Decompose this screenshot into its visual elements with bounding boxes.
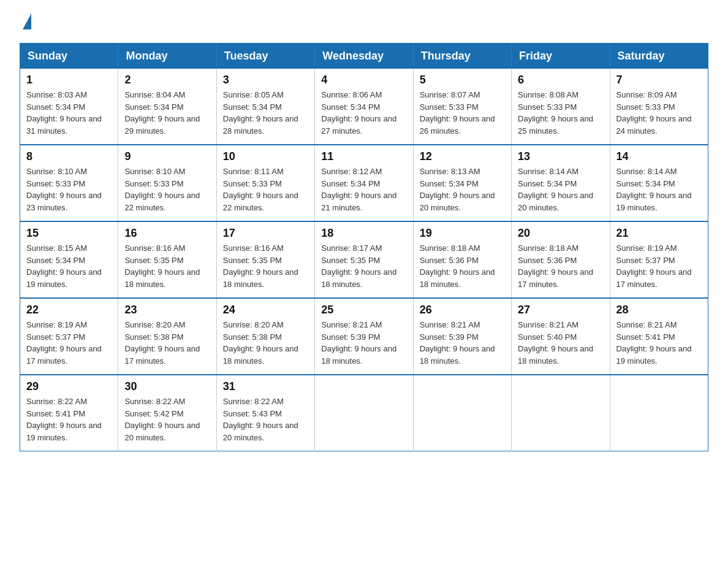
sunrise-text: Sunrise: 8:14 AM	[518, 166, 603, 178]
daylight-text: Daylight: 9 hours and 18 minutes.	[223, 266, 308, 290]
sunrise-text: Sunrise: 8:16 AM	[124, 242, 210, 255]
sunset-text: Sunset: 5:38 PM	[223, 331, 308, 343]
day-number: 3	[223, 74, 308, 86]
calendar-day-cell: 29 Sunrise: 8:22 AM Sunset: 5:41 PM Dayl…	[20, 375, 118, 451]
calendar-week-row: 15 Sunrise: 8:15 AM Sunset: 5:34 PM Dayl…	[20, 221, 708, 298]
day-number: 4	[321, 74, 406, 86]
sunrise-text: Sunrise: 8:18 AM	[420, 242, 505, 255]
sunset-text: Sunset: 5:34 PM	[124, 101, 210, 113]
calendar-week-row: 8 Sunrise: 8:10 AM Sunset: 5:33 PM Dayli…	[20, 145, 708, 221]
calendar-day-cell: 12 Sunrise: 8:13 AM Sunset: 5:34 PM Dayl…	[413, 145, 511, 221]
day-info: Sunrise: 8:10 AM Sunset: 5:33 PM Dayligh…	[124, 166, 210, 213]
day-number: 30	[124, 380, 210, 393]
daylight-text: Daylight: 9 hours and 20 minutes.	[420, 190, 505, 213]
sunset-text: Sunset: 5:35 PM	[321, 255, 406, 267]
sunset-text: Sunset: 5:34 PM	[616, 178, 702, 190]
daylight-text: Daylight: 9 hours and 22 minutes.	[124, 190, 210, 213]
calendar-header-row: SundayMondayTuesdayWednesdayThursdayFrid…	[20, 44, 708, 69]
sunrise-text: Sunrise: 8:10 AM	[26, 166, 112, 178]
day-number: 24	[223, 304, 308, 316]
sunrise-text: Sunrise: 8:21 AM	[616, 319, 702, 331]
day-info: Sunrise: 8:15 AM Sunset: 5:34 PM Dayligh…	[26, 242, 112, 290]
daylight-text: Daylight: 9 hours and 26 minutes.	[420, 113, 505, 137]
day-info: Sunrise: 8:14 AM Sunset: 5:34 PM Dayligh…	[518, 166, 603, 213]
day-number: 10	[223, 150, 308, 163]
day-number: 25	[321, 304, 406, 316]
calendar-day-cell: 15 Sunrise: 8:15 AM Sunset: 5:34 PM Dayl…	[20, 221, 118, 298]
day-info: Sunrise: 8:12 AM Sunset: 5:34 PM Dayligh…	[321, 166, 406, 213]
sunset-text: Sunset: 5:41 PM	[26, 408, 112, 420]
daylight-text: Daylight: 9 hours and 25 minutes.	[518, 113, 603, 137]
daylight-text: Daylight: 9 hours and 21 minutes.	[321, 190, 406, 213]
calendar-day-cell	[512, 375, 610, 451]
daylight-text: Daylight: 9 hours and 31 minutes.	[26, 113, 112, 137]
calendar-day-cell: 5 Sunrise: 8:07 AM Sunset: 5:33 PM Dayli…	[413, 69, 511, 145]
calendar-day-cell: 23 Sunrise: 8:20 AM Sunset: 5:38 PM Dayl…	[118, 298, 216, 375]
sunset-text: Sunset: 5:33 PM	[124, 178, 210, 190]
daylight-text: Daylight: 9 hours and 22 minutes.	[223, 190, 308, 213]
logo	[20, 15, 31, 31]
daylight-text: Daylight: 9 hours and 18 minutes.	[124, 266, 210, 290]
day-info: Sunrise: 8:14 AM Sunset: 5:34 PM Dayligh…	[616, 166, 702, 213]
calendar-day-cell: 3 Sunrise: 8:05 AM Sunset: 5:34 PM Dayli…	[216, 69, 314, 145]
sunrise-text: Sunrise: 8:12 AM	[321, 166, 406, 178]
calendar-day-cell: 6 Sunrise: 8:08 AM Sunset: 5:33 PM Dayli…	[512, 69, 610, 145]
sunrise-text: Sunrise: 8:22 AM	[124, 396, 210, 408]
day-number: 18	[321, 227, 406, 240]
sunrise-text: Sunrise: 8:14 AM	[616, 166, 702, 178]
sunset-text: Sunset: 5:34 PM	[26, 101, 112, 113]
day-info: Sunrise: 8:21 AM Sunset: 5:41 PM Dayligh…	[616, 319, 702, 367]
day-number: 16	[124, 227, 210, 240]
daylight-text: Daylight: 9 hours and 24 minutes.	[616, 113, 702, 137]
day-info: Sunrise: 8:18 AM Sunset: 5:36 PM Dayligh…	[420, 242, 505, 290]
calendar-day-cell: 24 Sunrise: 8:20 AM Sunset: 5:38 PM Dayl…	[216, 298, 314, 375]
calendar-day-cell: 2 Sunrise: 8:04 AM Sunset: 5:34 PM Dayli…	[118, 69, 216, 145]
day-info: Sunrise: 8:20 AM Sunset: 5:38 PM Dayligh…	[124, 319, 210, 367]
daylight-text: Daylight: 9 hours and 29 minutes.	[124, 113, 210, 137]
day-number: 8	[26, 150, 112, 163]
sunrise-text: Sunrise: 8:08 AM	[518, 89, 603, 101]
day-number: 26	[420, 304, 505, 316]
day-number: 12	[420, 150, 505, 163]
sunset-text: Sunset: 5:34 PM	[321, 101, 406, 113]
day-number: 15	[26, 227, 112, 240]
sunrise-text: Sunrise: 8:22 AM	[223, 396, 308, 408]
sunrise-text: Sunrise: 8:21 AM	[518, 319, 603, 331]
sunrise-text: Sunrise: 8:18 AM	[518, 242, 603, 255]
daylight-text: Daylight: 9 hours and 17 minutes.	[616, 266, 702, 290]
calendar-day-cell: 21 Sunrise: 8:19 AM Sunset: 5:37 PM Dayl…	[610, 221, 708, 298]
daylight-text: Daylight: 9 hours and 17 minutes.	[518, 266, 603, 290]
daylight-text: Daylight: 9 hours and 20 minutes.	[518, 190, 603, 213]
sunset-text: Sunset: 5:34 PM	[26, 255, 112, 267]
day-info: Sunrise: 8:21 AM Sunset: 5:40 PM Dayligh…	[518, 319, 603, 367]
calendar-day-cell: 13 Sunrise: 8:14 AM Sunset: 5:34 PM Dayl…	[512, 145, 610, 221]
calendar-day-cell: 4 Sunrise: 8:06 AM Sunset: 5:34 PM Dayli…	[315, 69, 413, 145]
sunrise-text: Sunrise: 8:16 AM	[223, 242, 308, 255]
day-info: Sunrise: 8:22 AM Sunset: 5:42 PM Dayligh…	[124, 396, 210, 443]
daylight-text: Daylight: 9 hours and 19 minutes.	[26, 419, 112, 443]
day-info: Sunrise: 8:13 AM Sunset: 5:34 PM Dayligh…	[420, 166, 505, 213]
day-info: Sunrise: 8:21 AM Sunset: 5:39 PM Dayligh…	[321, 319, 406, 367]
day-of-week-header: Wednesday	[315, 44, 413, 69]
daylight-text: Daylight: 9 hours and 18 minutes.	[420, 343, 505, 367]
sunset-text: Sunset: 5:36 PM	[518, 255, 603, 267]
calendar-day-cell: 26 Sunrise: 8:21 AM Sunset: 5:39 PM Dayl…	[413, 298, 511, 375]
sunset-text: Sunset: 5:34 PM	[420, 178, 505, 190]
day-info: Sunrise: 8:19 AM Sunset: 5:37 PM Dayligh…	[616, 242, 702, 290]
daylight-text: Daylight: 9 hours and 18 minutes.	[321, 343, 406, 367]
sunrise-text: Sunrise: 8:11 AM	[223, 166, 308, 178]
day-number: 5	[420, 74, 505, 86]
calendar-day-cell: 11 Sunrise: 8:12 AM Sunset: 5:34 PM Dayl…	[315, 145, 413, 221]
page-header	[20, 15, 708, 31]
calendar-week-row: 22 Sunrise: 8:19 AM Sunset: 5:37 PM Dayl…	[20, 298, 708, 375]
calendar-day-cell: 14 Sunrise: 8:14 AM Sunset: 5:34 PM Dayl…	[610, 145, 708, 221]
calendar-table: SundayMondayTuesdayWednesdayThursdayFrid…	[20, 43, 708, 451]
day-info: Sunrise: 8:03 AM Sunset: 5:34 PM Dayligh…	[26, 89, 112, 137]
sunrise-text: Sunrise: 8:19 AM	[616, 242, 702, 255]
sunrise-text: Sunrise: 8:03 AM	[26, 89, 112, 101]
sunrise-text: Sunrise: 8:20 AM	[124, 319, 210, 331]
daylight-text: Daylight: 9 hours and 18 minutes.	[518, 343, 603, 367]
daylight-text: Daylight: 9 hours and 28 minutes.	[223, 113, 308, 137]
day-of-week-header: Sunday	[20, 44, 118, 69]
sunset-text: Sunset: 5:36 PM	[420, 255, 505, 267]
